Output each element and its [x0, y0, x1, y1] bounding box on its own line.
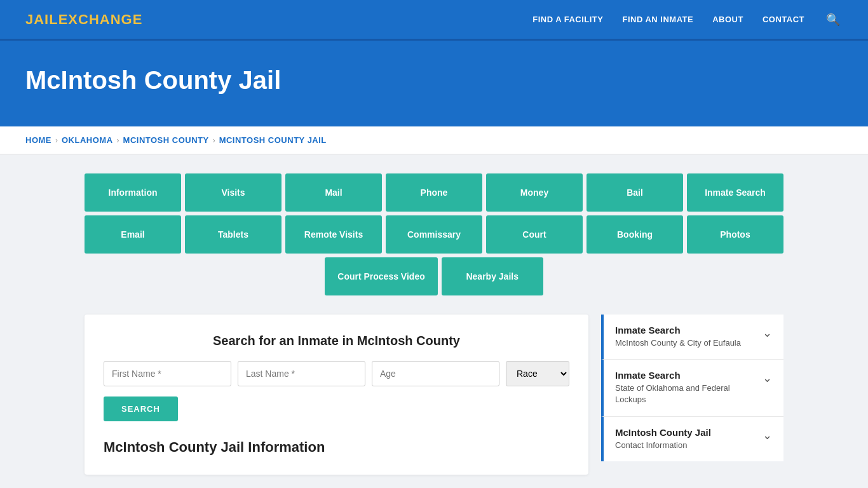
tile-information[interactable]: Information — [85, 173, 181, 212]
main-content: Information Visits Mail Phone Money Bail… — [0, 154, 868, 488]
search-button[interactable]: SEARCH — [104, 396, 178, 421]
breadcrumb-current[interactable]: McIntosh County Jail — [219, 135, 327, 145]
sidebar-item-subtitle-1: McIntosh County & City of Eufaula — [615, 337, 741, 349]
breadcrumb-oklahoma[interactable]: Oklahoma — [62, 135, 113, 145]
sidebar-item-inmate-search-local[interactable]: Inmate Search McIntosh County & City of … — [601, 315, 783, 360]
tile-phone[interactable]: Phone — [386, 173, 482, 212]
logo-jail: JAIL — [25, 11, 58, 27]
sidebar-item-subtitle-2: State of Oklahoma and Federal Lockups — [615, 383, 763, 405]
search-form-title: Search for an Inmate in McIntosh County — [104, 334, 569, 348]
tile-nearby-jails[interactable]: Nearby Jails — [442, 257, 543, 295]
site-logo: JAILEXCHANGE — [25, 11, 142, 28]
breadcrumb: Home › Oklahoma › McIntosh County › McIn… — [25, 135, 843, 145]
tile-bail[interactable]: Bail — [587, 173, 683, 212]
nav-tiles-row2: Email Tablets Remote Visits Commissary C… — [85, 215, 783, 254]
breadcrumb-mcintosh-county[interactable]: McIntosh County — [123, 135, 209, 145]
section-title: McIntosh County Jail Information — [104, 439, 569, 456]
nav-find-inmate[interactable]: FIND AN INMATE — [622, 15, 693, 24]
nav-tiles-row3: Court Process Video Nearby Jails — [25, 257, 843, 295]
nav-find-facility[interactable]: FIND A FACILITY — [532, 15, 603, 24]
nav-tiles-row1: Information Visits Mail Phone Money Bail… — [85, 173, 783, 212]
sidebar-item-title-1: Inmate Search — [615, 325, 741, 336]
first-name-input[interactable] — [104, 361, 231, 386]
site-header: JAILEXCHANGE FIND A FACILITY FIND AN INM… — [0, 0, 868, 41]
tile-email[interactable]: Email — [85, 215, 181, 254]
main-nav: FIND A FACILITY FIND AN INMATE ABOUT CON… — [532, 10, 843, 29]
breadcrumb-bar: Home › Oklahoma › McIntosh County › McIn… — [0, 126, 868, 154]
nav-contact[interactable]: CONTACT — [763, 15, 804, 24]
tile-commissary[interactable]: Commissary — [386, 215, 482, 254]
page-title: McIntosh County Jail — [25, 66, 843, 95]
tile-court[interactable]: Court — [486, 215, 583, 254]
tile-visits[interactable]: Visits — [185, 173, 281, 212]
breadcrumb-sep-2: › — [117, 136, 119, 145]
tile-booking[interactable]: Booking — [587, 215, 683, 254]
search-fields: Race White Black Hispanic Asian Other — [104, 361, 569, 386]
last-name-input[interactable] — [238, 361, 365, 386]
sidebar-item-title-2: Inmate Search — [615, 370, 763, 381]
chevron-down-icon-3: ⌄ — [763, 428, 772, 442]
tile-inmate-search[interactable]: Inmate Search — [687, 173, 783, 212]
tile-money[interactable]: Money — [486, 173, 583, 212]
logo-exchange: EXCHANGE — [58, 11, 143, 27]
chevron-down-icon-1: ⌄ — [763, 326, 772, 340]
sidebar-item-subtitle-3: Contact Information — [615, 440, 711, 451]
sidebar: Inmate Search McIntosh County & City of … — [601, 315, 783, 475]
tile-remote-visits[interactable]: Remote Visits — [285, 215, 382, 254]
tile-mail[interactable]: Mail — [285, 173, 382, 212]
breadcrumb-sep-3: › — [213, 136, 215, 145]
nav-about[interactable]: ABOUT — [712, 15, 743, 24]
inmate-search-box: Search for an Inmate in McIntosh County … — [85, 315, 588, 475]
chevron-down-icon-2: ⌄ — [763, 371, 772, 385]
hero-banner: McIntosh County Jail — [0, 41, 868, 126]
breadcrumb-home[interactable]: Home — [25, 135, 51, 145]
tile-tablets[interactable]: Tablets — [185, 215, 281, 254]
search-icon-button[interactable]: 🔍 — [824, 10, 843, 29]
tile-court-process-video[interactable]: Court Process Video — [325, 257, 437, 295]
tile-photos[interactable]: Photos — [687, 215, 783, 254]
lower-section: Search for an Inmate in McIntosh County … — [85, 315, 783, 475]
sidebar-item-title-3: McIntosh County Jail — [615, 427, 711, 438]
sidebar-item-inmate-search-state[interactable]: Inmate Search State of Oklahoma and Fede… — [601, 360, 783, 416]
race-select[interactable]: Race White Black Hispanic Asian Other — [506, 361, 569, 386]
breadcrumb-sep-1: › — [55, 136, 58, 145]
sidebar-item-contact-info[interactable]: McIntosh County Jail Contact Information… — [601, 417, 783, 461]
age-input[interactable] — [372, 361, 499, 386]
